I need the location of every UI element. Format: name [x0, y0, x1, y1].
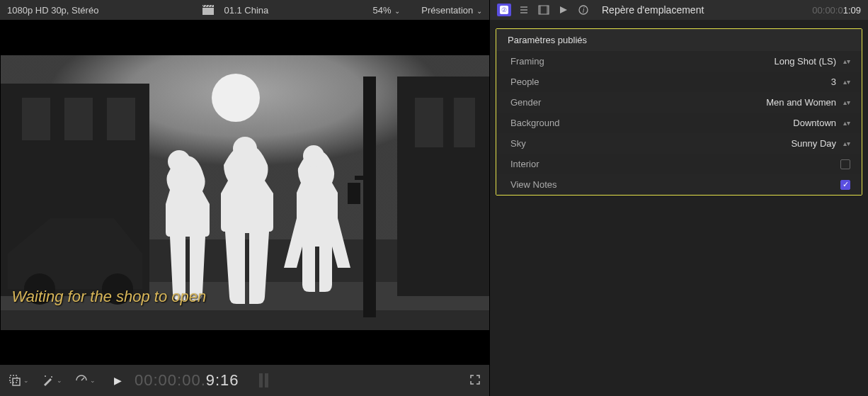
- svg-rect-22: [355, 176, 366, 180]
- param-row-view-notes: View Notes ✓: [496, 174, 862, 195]
- svg-rect-16: [454, 98, 475, 147]
- viewer-topbar: 1080p HD 30p, Stéréo 01.1 China 54% ⌄ Pr…: [0, 0, 489, 20]
- checkbox[interactable]: ✓: [840, 180, 850, 190]
- text-tab-icon[interactable]: [517, 4, 531, 16]
- stepper-icon[interactable]: ▴▾: [843, 120, 850, 126]
- view-mode[interactable]: Présentation ⌄: [421, 5, 482, 16]
- section-header: Paramètres publiés: [496, 29, 862, 51]
- svg-point-28: [51, 376, 52, 378]
- svg-rect-12: [64, 98, 93, 140]
- svg-text:i: i: [583, 6, 585, 14]
- stepper-icon[interactable]: ▴▾: [843, 100, 850, 106]
- svg-point-24: [233, 137, 257, 161]
- checkbox[interactable]: [840, 159, 850, 169]
- caption-text: Waiting for the shop to open: [12, 288, 207, 306]
- param-row-sky: Sky Sunny Day ▴▾: [496, 133, 862, 154]
- inspector-body: Paramètres publiés Framing Long Shot (LS…: [490, 20, 868, 197]
- inspector-panel: ② i Repère d'emplacement 00:00:01:09: [490, 0, 868, 396]
- svg-rect-15: [415, 98, 443, 147]
- preview-viewport[interactable]: Waiting for the shop to open: [1, 55, 489, 330]
- inspector-title: Repère d'emplacement: [602, 4, 704, 16]
- stepper-icon[interactable]: ▴▾: [843, 141, 850, 147]
- audio-meters: [259, 373, 268, 387]
- param-label: Background: [510, 118, 617, 128]
- inspector-tabs: ② i: [497, 4, 590, 16]
- chevron-down-icon: ⌄: [474, 7, 482, 15]
- retime-tool-icon[interactable]: ⌄: [75, 374, 96, 387]
- format-label: 1080p HD 30p, Stéréo: [7, 5, 98, 16]
- param-value[interactable]: Long Shot (LS): [617, 56, 840, 67]
- svg-rect-21: [348, 183, 360, 204]
- chevron-down-icon: ⌄: [23, 377, 29, 384]
- published-parameters-section: Paramètres publiés Framing Long Shot (LS…: [496, 28, 862, 196]
- zoom-level[interactable]: 54% ⌄: [372, 5, 400, 16]
- param-row-people: People 3 ▴▾: [496, 72, 862, 92]
- param-value[interactable]: Men and Women: [617, 97, 840, 108]
- generator-tab-icon[interactable]: ②: [497, 4, 511, 16]
- param-label: View Notes: [510, 179, 617, 190]
- param-value[interactable]: 3: [617, 77, 840, 87]
- chevron-down-icon: ⌄: [57, 377, 62, 384]
- svg-point-25: [303, 145, 324, 166]
- viewer-panel: 1080p HD 30p, Stéréo 01.1 China 54% ⌄ Pr…: [0, 0, 490, 396]
- svg-rect-0: [202, 8, 214, 15]
- share-tab-icon[interactable]: [556, 4, 571, 16]
- clapperboard-icon: [202, 5, 214, 15]
- param-row-framing: Framing Long Shot (LS) ▴▾: [496, 51, 862, 72]
- svg-rect-38: [547, 6, 549, 14]
- crop-tool-icon[interactable]: ⌄: [8, 374, 29, 387]
- chevron-down-icon: ⌄: [90, 377, 96, 384]
- inspector-topbar: ② i Repère d'emplacement 00:00:01:09: [490, 0, 868, 20]
- stepper-icon[interactable]: ▴▾: [843, 59, 850, 64]
- video-tab-icon[interactable]: [537, 4, 551, 16]
- svg-rect-26: [10, 375, 17, 383]
- param-row-gender: Gender Men and Women ▴▾: [496, 92, 862, 113]
- fullscreen-icon[interactable]: [469, 374, 481, 387]
- info-tab-icon[interactable]: i: [576, 4, 590, 16]
- param-label: Sky: [510, 138, 617, 149]
- param-label: People: [510, 77, 617, 87]
- param-value[interactable]: Downtown: [617, 118, 840, 128]
- svg-text:②: ②: [501, 6, 507, 13]
- clip-name[interactable]: 01.1 China: [224, 5, 268, 16]
- playhead-timecode[interactable]: 00:00:00.9:16: [135, 371, 239, 390]
- param-value[interactable]: Sunny Day: [617, 138, 840, 149]
- svg-rect-13: [107, 98, 135, 140]
- viewer-body: Waiting for the shop to open: [0, 20, 489, 365]
- param-label: Framing: [510, 56, 617, 67]
- svg-rect-37: [539, 6, 541, 14]
- svg-marker-39: [560, 6, 567, 13]
- param-label: Interior: [510, 159, 617, 169]
- svg-point-17: [212, 74, 260, 122]
- play-button[interactable]: ▶: [114, 375, 122, 386]
- svg-point-29: [45, 375, 46, 377]
- svg-rect-9: [1, 310, 489, 330]
- param-row-interior: Interior: [496, 154, 862, 174]
- param-label: Gender: [510, 97, 617, 108]
- viewer-bottombar: ⌄ ⌄ ⌄ ▶ 00:00:00.9:16: [0, 365, 489, 396]
- enhance-tool-icon[interactable]: ⌄: [42, 374, 62, 387]
- svg-rect-27: [13, 378, 20, 385]
- svg-line-30: [81, 378, 84, 380]
- stepper-icon[interactable]: ▴▾: [843, 79, 850, 85]
- svg-point-23: [168, 150, 190, 173]
- svg-rect-20: [363, 77, 376, 317]
- chevron-down-icon: ⌄: [392, 7, 400, 15]
- param-row-background: Background Downtown ▴▾: [496, 113, 862, 133]
- svg-rect-11: [22, 98, 50, 140]
- clip-duration: 00:00:01:09: [812, 5, 861, 16]
